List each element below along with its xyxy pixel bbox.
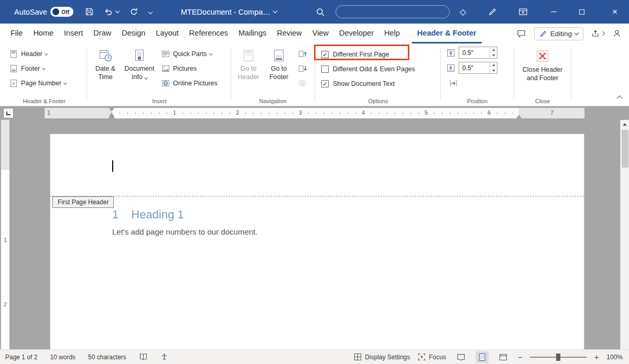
go-to-header-button[interactable]: Go to Header bbox=[233, 45, 264, 95]
zoom-level[interactable]: 100% bbox=[606, 354, 623, 361]
tab-layout[interactable]: Layout bbox=[150, 24, 184, 43]
first-line-indent-marker[interactable] bbox=[109, 108, 114, 112]
tab-review[interactable]: Review bbox=[272, 24, 307, 43]
document-info-icon: i bbox=[133, 49, 146, 62]
tab-insert[interactable]: Insert bbox=[59, 24, 88, 43]
footer-button[interactable]: Footer bbox=[6, 62, 48, 75]
tab-draw[interactable]: Draw bbox=[88, 24, 116, 43]
redo-button[interactable] bbox=[129, 0, 138, 24]
go-to-footer-button[interactable]: Go to Footer bbox=[265, 45, 293, 95]
checkbox-label: Different Odd & Even Pages bbox=[333, 65, 415, 73]
toggle-knob bbox=[52, 8, 59, 15]
go-to-next-button[interactable] bbox=[295, 62, 310, 75]
search-button[interactable] bbox=[316, 0, 325, 24]
spin-down-button[interactable] bbox=[490, 68, 497, 74]
spin-down-button[interactable] bbox=[490, 53, 497, 59]
zoom-out-button[interactable]: − bbox=[518, 353, 522, 361]
comment-button[interactable] bbox=[516, 29, 526, 39]
group-divider bbox=[86, 48, 87, 100]
proofing-button[interactable] bbox=[139, 353, 148, 361]
editing-mode-button[interactable]: Editing bbox=[534, 27, 583, 40]
quick-parts-button[interactable]: Quick Parts bbox=[158, 47, 215, 61]
document-body-text: Let’s add page numbers to our document. bbox=[112, 227, 257, 236]
web-layout-button[interactable] bbox=[496, 352, 510, 362]
spin-up-button[interactable] bbox=[490, 62, 497, 68]
checkbox-different-odd-even[interactable]: ✓ Different Odd & Even Pages bbox=[321, 63, 415, 75]
tab-references[interactable]: References bbox=[184, 24, 233, 43]
tab-home[interactable]: Home bbox=[28, 24, 59, 43]
close-icon: × bbox=[612, 7, 617, 17]
save-button[interactable] bbox=[85, 0, 94, 24]
zoom-slider-thumb[interactable] bbox=[556, 354, 560, 361]
page-number-button[interactable]: # Page Number bbox=[6, 76, 69, 90]
tab-design[interactable]: Design bbox=[116, 24, 150, 43]
vertical-scrollbar[interactable] bbox=[620, 120, 629, 349]
tab-developer[interactable]: Developer bbox=[334, 24, 379, 43]
spinner-arrows[interactable] bbox=[490, 62, 497, 73]
document-heading: 1 Heading 1 bbox=[112, 208, 184, 222]
tab-help[interactable]: Help bbox=[379, 24, 405, 43]
spin-up-button[interactable] bbox=[490, 47, 497, 53]
tab-header-footer[interactable]: Header & Footer bbox=[412, 24, 482, 43]
redo-icon bbox=[129, 7, 138, 16]
insert-alignment-tab-button[interactable] bbox=[446, 76, 461, 90]
character-count[interactable]: 50 characters bbox=[88, 354, 126, 361]
online-pictures-label: Online Pictures bbox=[173, 80, 218, 87]
scroll-up-button[interactable] bbox=[621, 120, 629, 129]
pen-icon[interactable] bbox=[488, 0, 497, 24]
pictures-button[interactable]: Pictures bbox=[158, 62, 199, 75]
group-navigation: Go to Header Go to Footer Navigation bbox=[232, 43, 313, 106]
checkbox-different-first-page[interactable]: ✓ Different First Page bbox=[321, 48, 389, 61]
document-info-button[interactable]: i Document Info bbox=[123, 45, 156, 95]
online-pictures-button[interactable]: Online Pictures bbox=[158, 76, 220, 90]
collapse-ribbon-button[interactable] bbox=[616, 95, 622, 101]
hanging-indent-marker[interactable] bbox=[109, 113, 114, 118]
header-from-top-spinbox[interactable]: 0.5" bbox=[459, 47, 497, 59]
display-settings-button[interactable]: Display Settings bbox=[354, 353, 410, 361]
ribbon-display-icon[interactable] bbox=[518, 0, 528, 24]
chevron-down-icon bbox=[148, 9, 153, 14]
tab-view[interactable]: View bbox=[307, 24, 334, 43]
checkbox-show-document-text[interactable]: ✓ Show Document Text bbox=[321, 78, 395, 90]
focus-button[interactable]: Focus bbox=[418, 353, 446, 361]
editing-label: Editing bbox=[550, 30, 572, 38]
tab-mailings[interactable]: Mailings bbox=[233, 24, 272, 43]
person-button[interactable] bbox=[612, 29, 622, 38]
autosave-toggle[interactable]: Off bbox=[50, 0, 73, 24]
undo-button[interactable] bbox=[104, 0, 119, 24]
spinner-arrows[interactable] bbox=[490, 47, 497, 58]
tab-file[interactable]: File bbox=[5, 24, 28, 43]
zoom-in-button[interactable]: + bbox=[594, 353, 599, 361]
search-box[interactable] bbox=[335, 0, 450, 24]
accessibility-button[interactable] bbox=[160, 353, 168, 361]
link-to-previous-button[interactable] bbox=[295, 76, 310, 90]
undo-icon bbox=[104, 7, 113, 16]
footer-from-bottom-value[interactable]: 0.5" bbox=[459, 62, 490, 73]
customize-quick-access-button[interactable] bbox=[149, 0, 152, 24]
focus-label: Focus bbox=[429, 354, 446, 361]
read-mode-button[interactable] bbox=[454, 352, 468, 362]
minimize-button[interactable] bbox=[541, 0, 566, 24]
footer-from-bottom-spinbox[interactable]: 0.5" bbox=[459, 62, 497, 74]
pictures-icon bbox=[161, 64, 170, 73]
date-time-button[interactable]: Date & Time bbox=[90, 45, 121, 95]
zoom-slider[interactable] bbox=[530, 354, 587, 361]
first-page-header-tag: First Page Header bbox=[52, 196, 114, 208]
scrollbar-thumb[interactable] bbox=[622, 130, 628, 168]
tab-stop-selector[interactable] bbox=[3, 108, 14, 118]
print-layout-button[interactable] bbox=[476, 351, 489, 363]
share-button[interactable] bbox=[591, 29, 604, 38]
go-to-previous-button[interactable] bbox=[295, 47, 310, 61]
header-from-top-value[interactable]: 0.5" bbox=[459, 47, 490, 58]
document-page[interactable]: First Page Header 1 Heading 1 Let’s add … bbox=[50, 134, 584, 349]
group-divider bbox=[231, 48, 231, 100]
right-indent-marker[interactable] bbox=[516, 115, 522, 118]
document-title[interactable]: MTEDocument - Compa… bbox=[181, 0, 277, 24]
diamond-icon[interactable]: ◇ bbox=[460, 0, 466, 24]
maximize-button[interactable] bbox=[570, 0, 594, 24]
header-button[interactable]: Header bbox=[6, 47, 50, 61]
page-indicator[interactable]: Page 1 of 2 bbox=[5, 354, 37, 361]
close-header-footer-button[interactable]: Close Header and Footer bbox=[517, 45, 568, 95]
word-count[interactable]: 10 words bbox=[50, 354, 75, 361]
close-window-button[interactable]: × bbox=[601, 0, 629, 24]
